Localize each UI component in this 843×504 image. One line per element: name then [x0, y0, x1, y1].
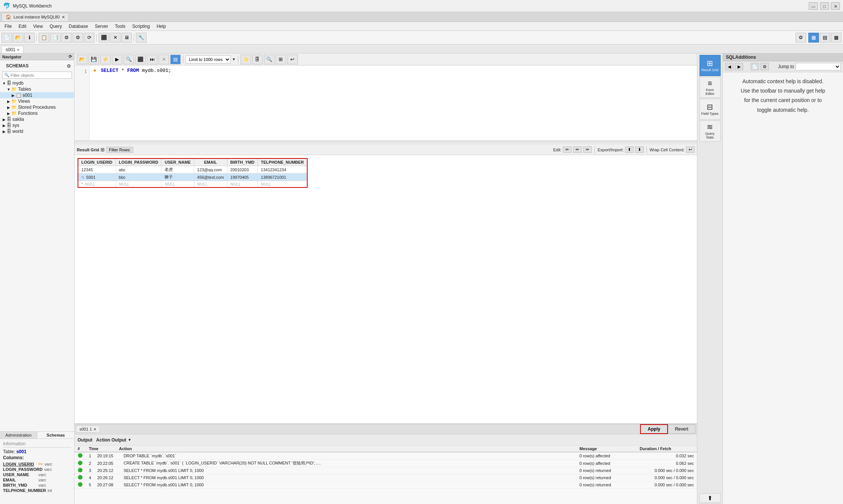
schemas-tab[interactable]: Schemas	[37, 432, 74, 439]
sql-tab-close[interactable]: ×	[17, 48, 19, 52]
cell-birth-1[interactable]: 20010203	[227, 166, 258, 174]
nav-forward-btn[interactable]: ▶	[735, 63, 743, 70]
save-sql-btn[interactable]: 💾	[88, 55, 99, 64]
open-sql-btn[interactable]: 📂	[77, 55, 87, 64]
field-types-btn[interactable]: ⊟ Field Types	[700, 99, 721, 120]
menu-tools[interactable]: Tools	[112, 23, 128, 30]
col-header-birth[interactable]: BIRTH_YMD	[227, 158, 258, 166]
output-sql-tab[interactable]: s001 1 ✕	[76, 426, 100, 432]
output-tab-close[interactable]: ✕	[93, 427, 96, 431]
apply-button[interactable]: Apply	[640, 424, 668, 434]
col-header-telphone[interactable]: TELPHONE_NUMBER	[258, 158, 307, 166]
skip-btn[interactable]: ⏭	[147, 55, 157, 64]
refresh-btn[interactable]: ⟳	[84, 33, 95, 43]
view-btn3[interactable]: ▦	[831, 33, 841, 43]
sql-content-area[interactable]: ● SELECT * FROM mydb.s001;	[90, 65, 697, 140]
menu-view[interactable]: View	[30, 23, 46, 30]
cell-telphone-1[interactable]: 13412341234	[258, 166, 307, 174]
edit-btn3[interactable]: ✏	[583, 146, 592, 153]
edit-btn2[interactable]: ✏	[573, 146, 582, 153]
cancel-btn[interactable]: ✕	[159, 55, 169, 64]
col-header-username[interactable]: USER_NAME	[162, 158, 194, 166]
nav-icon2-btn[interactable]: ⚙	[761, 63, 769, 70]
info-btn[interactable]: ℹ	[24, 33, 35, 43]
admin-tab[interactable]: Administration	[0, 432, 37, 439]
maximize-btn[interactable]: □	[820, 2, 829, 10]
wrap-cell-btn[interactable]: ↩	[686, 146, 695, 153]
minimize-btn[interactable]: —	[809, 2, 818, 10]
action-output-dropdown-icon[interactable]: ▼	[128, 438, 131, 442]
filter-input[interactable]	[11, 73, 70, 78]
tree-functions[interactable]: ▶ 📁 Functions	[0, 110, 74, 116]
execute-sel-btn[interactable]: ▶	[112, 55, 122, 64]
stop-btn[interactable]: ⬛	[99, 33, 109, 43]
table-row[interactable]: * NULL NULL NULL NULL NULL NULL	[78, 181, 307, 188]
cell-userid-2[interactable]: ✎ 5001	[78, 174, 116, 181]
col-header-password[interactable]: LOGIN_PASSWORD	[116, 158, 162, 166]
copy-btn[interactable]: 📋	[39, 33, 49, 43]
tree-s001[interactable]: ▶ 📋 s001	[0, 92, 74, 98]
stop-exec-btn[interactable]: ⬛	[135, 55, 146, 64]
config-icon-btn[interactable]: ⚙	[796, 33, 806, 43]
tools2-btn[interactable]: 🔧	[136, 33, 146, 43]
sql-scrollbar[interactable]	[75, 141, 697, 145]
menu-server[interactable]: Server	[92, 23, 111, 30]
table-row[interactable]: 12345 abc 老虎 123@qq.com 20010203 1341234…	[78, 166, 307, 174]
side-scroll-up[interactable]: ⬆	[700, 493, 721, 502]
navigator-refresh-icon[interactable]: ⟳	[69, 54, 72, 59]
output-row-4[interactable]: 4 20:26:12 SELECT * FROM mydb.s001 LIMIT…	[75, 474, 697, 481]
view-btn1[interactable]: ▦	[808, 33, 819, 43]
open-file-btn[interactable]: 📂	[13, 33, 23, 43]
tree-world[interactable]: ▶ 🗄 world	[0, 128, 74, 134]
cell-username-1[interactable]: 老虎	[162, 166, 194, 174]
tree-tables[interactable]: ▼ 📁 Tables	[0, 86, 74, 92]
view-btn2[interactable]: ▤	[820, 33, 830, 43]
revert-button[interactable]: Revert	[668, 425, 695, 434]
output-row-3[interactable]: 3 20:25:12 SELECT * FROM mydb.s001 LIMIT…	[75, 467, 697, 474]
tree-stored-procedures[interactable]: ▶ 📁 Stored Procedures	[0, 104, 74, 110]
menu-edit[interactable]: Edit	[15, 23, 29, 30]
magic-btn[interactable]: ✨	[241, 55, 251, 64]
tree-sakila[interactable]: ▶ 🗄 sakila	[0, 116, 74, 122]
output-row-5[interactable]: 5 20:27:08 SELECT * FROM mydb.s001 LIMIT…	[75, 481, 697, 489]
execute-btn[interactable]: ⚡	[100, 55, 111, 64]
schemas-settings-icon[interactable]: ⚙	[67, 63, 71, 69]
output-row-2[interactable]: 2 20:22:05 CREATE TABLE `mydb`.`s001` ( …	[75, 460, 697, 467]
nav-icon1-btn[interactable]: 📄	[751, 63, 759, 70]
sql-editor[interactable]: 1 ● SELECT * FROM mydb.s001;	[75, 65, 697, 141]
output-row-1[interactable]: 1 20:19:15 DROP TABLE `mydb`.`s001` 0 ro…	[75, 452, 697, 460]
toggle-btn[interactable]: ▤	[170, 55, 181, 64]
cell-birth-2[interactable]: 19970405	[227, 174, 258, 181]
query-stats-btn[interactable]: ≋ Query Stats	[700, 120, 721, 142]
explain-btn[interactable]: 🔍	[123, 55, 134, 64]
menu-query[interactable]: Query	[47, 23, 65, 30]
table-row[interactable]: ✎ 5001 bbc 狮子 456@test.com 19970405 1389…	[78, 174, 307, 181]
edit-btn1[interactable]: ✏	[563, 146, 572, 153]
new-file-btn[interactable]: 📄	[2, 33, 12, 43]
cell-username-2[interactable]: 狮子	[162, 174, 194, 181]
tree-views[interactable]: ▶ 📁 Views	[0, 98, 74, 104]
tree-sys[interactable]: ▶ 🗄 sys	[0, 122, 74, 128]
result-grid-container[interactable]: LOGIN_USERID LOGIN_PASSWORD USER_NAME EM…	[75, 155, 697, 423]
cell-password-1[interactable]: abc	[116, 166, 162, 174]
settings-btn[interactable]: ⚙	[73, 33, 83, 43]
col-header-email[interactable]: EMAIL	[194, 158, 227, 166]
cell-password-2[interactable]: bbc	[116, 174, 162, 181]
sql-tab[interactable]: s001 ×	[2, 46, 23, 53]
menu-help[interactable]: Help	[154, 23, 169, 30]
filter-rows-btn[interactable]: Filter Rows:	[106, 147, 133, 153]
result-grid-btn[interactable]: ⊞ Result Grid	[700, 55, 721, 76]
menu-scripting[interactable]: Scripting	[129, 23, 153, 30]
col-header-userid[interactable]: LOGIN_USERID	[78, 158, 116, 166]
jump-to-select[interactable]	[796, 63, 841, 70]
menu-file[interactable]: File	[2, 23, 15, 30]
nav-back-btn[interactable]: ◀	[725, 63, 733, 70]
close-btn[interactable]: ✕	[831, 2, 840, 10]
home-tab[interactable]: 🏠 Local instance MySQL80 ✕	[2, 13, 69, 21]
manage-btn[interactable]: 🖥	[121, 33, 132, 43]
paste-btn[interactable]: 📑	[50, 33, 61, 43]
limit-select[interactable]: Limit to 1000 rows Limit to 10 rows Limi…	[186, 55, 231, 64]
more-btn[interactable]: ⚙	[61, 33, 72, 43]
menu-database[interactable]: Database	[66, 23, 91, 30]
cell-userid-1[interactable]: 12345	[78, 166, 116, 174]
